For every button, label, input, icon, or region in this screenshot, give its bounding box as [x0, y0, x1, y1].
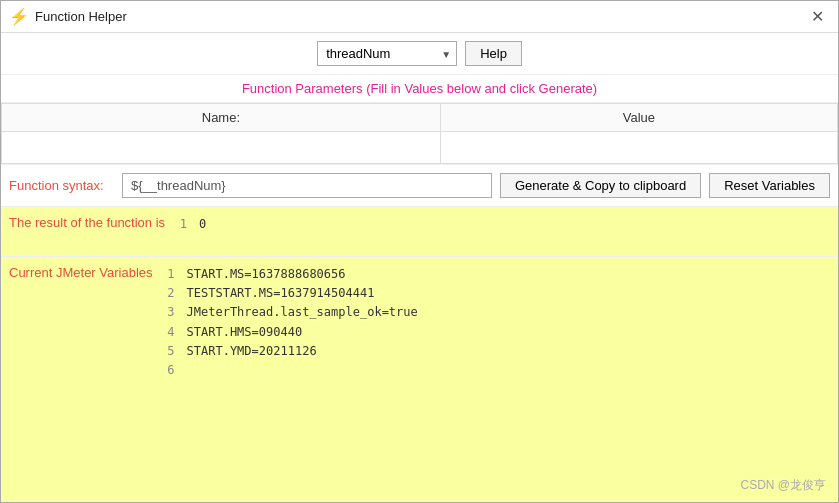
jmeter-line-number: 2	[161, 284, 175, 303]
var-value: 20211126	[259, 344, 317, 358]
var-name: START.MS	[187, 267, 245, 281]
syntax-input[interactable]	[122, 173, 492, 198]
jmeter-line-number: 4	[161, 323, 175, 342]
help-button[interactable]: Help	[465, 41, 522, 66]
var-name: START.HMS	[187, 325, 252, 339]
params-table: Name: Value	[1, 103, 838, 164]
name-cell	[2, 132, 441, 164]
var-value: 1637888680656	[252, 267, 346, 281]
function-dropdown-wrapper: threadNum	[317, 41, 457, 66]
jmeter-line-number: 6	[161, 361, 175, 380]
value-cell	[440, 132, 837, 164]
jmeter-line: START.MS=1637888680656	[187, 265, 418, 284]
var-value: 1637914504441	[280, 286, 374, 300]
var-name: START.YMD	[187, 344, 252, 358]
eq-sign: =	[252, 344, 259, 358]
jmeter-line-numbers: 123456	[153, 261, 183, 498]
eq-sign: =	[244, 267, 251, 281]
title-bar: ⚡ Function Helper ✕	[1, 1, 838, 33]
jmeter-section: Current JMeter Variables 123456 START.MS…	[1, 257, 838, 502]
result-line-numbers: 1	[165, 211, 195, 252]
jmeter-label: Current JMeter Variables	[9, 261, 153, 498]
window-title: Function Helper	[35, 9, 127, 24]
var-value: true	[389, 305, 418, 319]
syntax-row: Function syntax: Generate & Copy to clip…	[1, 164, 838, 207]
var-name: TESTSTART.MS	[187, 286, 274, 300]
var-name: JMeterThread.last_sample_ok	[187, 305, 382, 319]
params-header-row: Name: Value	[2, 104, 838, 132]
params-table-head: Name: Value	[2, 104, 838, 132]
generate-button[interactable]: Generate & Copy to clipboard	[500, 173, 701, 198]
var-value: 090440	[259, 325, 302, 339]
col-value: Value	[440, 104, 837, 132]
jmeter-code-lines: START.MS=1637888680656TESTSTART.MS=16379…	[183, 261, 422, 498]
main-window: ⚡ Function Helper ✕ threadNum Help Funct…	[0, 0, 839, 503]
params-header: Function Parameters (Fill in Values belo…	[1, 75, 838, 103]
jmeter-line-number: 3	[161, 303, 175, 322]
toolbar: threadNum Help	[1, 33, 838, 75]
params-table-body	[2, 132, 838, 164]
eq-sign: =	[252, 325, 259, 339]
jmeter-line: START.YMD=20211126	[187, 342, 418, 361]
title-bar-left: ⚡ Function Helper	[9, 7, 127, 26]
jmeter-line: START.HMS=090440	[187, 323, 418, 342]
function-dropdown[interactable]: threadNum	[317, 41, 457, 66]
watermark: CSDN @龙俊亨	[740, 477, 826, 494]
close-button[interactable]: ✕	[805, 7, 830, 27]
jmeter-line-number: 5	[161, 342, 175, 361]
syntax-label: Function syntax:	[9, 178, 114, 193]
jmeter-line: TESTSTART.MS=1637914504441	[187, 284, 418, 303]
result-section: The result of the function is 1 0	[1, 207, 838, 257]
table-row	[2, 132, 838, 164]
window-body: threadNum Help Function Parameters (Fill…	[1, 33, 838, 502]
eq-sign: =	[382, 305, 389, 319]
col-name: Name:	[2, 104, 441, 132]
result-content: 1 0	[165, 211, 830, 252]
result-code: 0	[195, 211, 210, 252]
result-label: The result of the function is	[9, 211, 165, 252]
reset-button[interactable]: Reset Variables	[709, 173, 830, 198]
jmeter-content: 123456 START.MS=1637888680656TESTSTART.M…	[153, 261, 830, 498]
jmeter-line-number: 1	[161, 265, 175, 284]
app-icon: ⚡	[9, 7, 29, 26]
jmeter-line: JMeterThread.last_sample_ok=true	[187, 303, 418, 322]
